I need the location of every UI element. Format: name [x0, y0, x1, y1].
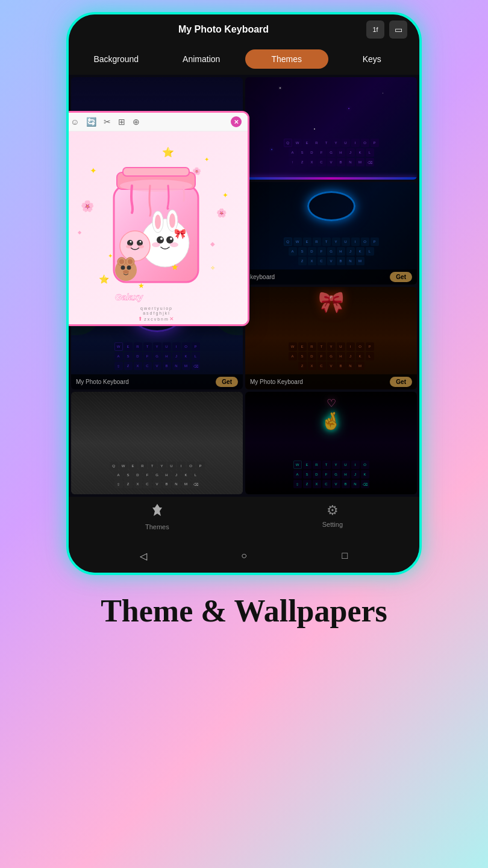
nav-item-setting[interactable]: ⚙ Setting — [322, 503, 343, 530]
popup-icon-emoji[interactable]: ☺ — [70, 117, 79, 127]
kawaii-jar-svg: ✦ ✦ ✦ ✦ ◆ ◆ 🌸 🌸 🌸 ⭐ ⭐ ✧ — [72, 137, 240, 318]
phone-top-bar: My Photo Keyboard 1f ▭ — [69, 14, 419, 45]
popup-close-btn[interactable]: ✕ — [231, 116, 242, 127]
svg-text:★: ★ — [171, 262, 179, 272]
theme-grid-container: ☺ 🌐 😊 ⌨ ☰ QWERTYUIOP ASDFGHJKL ZXCVBNM — [69, 75, 419, 497]
themes-nav-label: Themes — [145, 523, 169, 530]
popup-image-area: ✦ ✦ ✦ ✦ ◆ ◆ 🌸 🌸 🌸 ⭐ ⭐ ✧ — [66, 131, 248, 324]
popup-icon-plus[interactable]: ⊕ — [133, 117, 140, 127]
svg-text:✦: ✦ — [222, 191, 228, 200]
svg-text:Galaxy: Galaxy — [115, 292, 143, 302]
svg-point-20 — [169, 213, 175, 228]
nav-item-themes[interactable]: Themes — [145, 503, 169, 530]
popup-icon-rotate[interactable]: 🔄 — [86, 117, 96, 127]
svg-point-28 — [120, 231, 150, 261]
svg-text:✦: ✦ — [108, 253, 113, 259]
svg-point-39 — [128, 259, 133, 264]
svg-point-23 — [160, 237, 163, 240]
svg-point-38 — [119, 259, 124, 264]
popup-card: ☺ 🔄 ✂ ⊞ ⊕ ✕ ✦ ✦ ✦ — [66, 111, 249, 326]
tab-animation[interactable]: Animation — [160, 49, 243, 69]
svg-point-33 — [126, 245, 132, 248]
bottom-text-area: Theme & Wallpapers — [77, 593, 411, 629]
svg-point-26 — [170, 242, 178, 247]
svg-point-22 — [166, 236, 174, 244]
home-icon: ○ — [241, 550, 247, 561]
back-button[interactable]: ◁ — [135, 547, 152, 564]
svg-point-42 — [123, 270, 129, 274]
popup-keyboard: q w e r t y u i o p a — [66, 306, 248, 322]
close-icon: ✕ — [234, 119, 239, 125]
app-title: My Photo Keyboard — [81, 24, 366, 35]
svg-point-24 — [170, 237, 172, 240]
svg-text:✦: ✦ — [204, 156, 209, 163]
svg-text:★: ★ — [138, 281, 145, 290]
settings-icon: ⚙ — [327, 503, 339, 518]
recents-icon: □ — [342, 550, 348, 561]
icon-minimize[interactable]: ▭ — [389, 20, 407, 39]
bottom-nav: Themes ⚙ Setting — [69, 497, 419, 539]
svg-text:◆: ◆ — [78, 230, 82, 235]
tab-themes[interactable]: Themes — [245, 49, 328, 69]
svg-point-40 — [121, 266, 125, 270]
svg-point-34 — [138, 245, 144, 248]
svg-point-32 — [140, 241, 142, 243]
svg-text:🌸: 🌸 — [216, 208, 227, 218]
svg-text:⭐: ⭐ — [99, 274, 110, 285]
svg-point-25 — [152, 242, 160, 247]
popup-icon-grid[interactable]: ⊞ — [118, 117, 125, 127]
tab-keys[interactable]: Keys — [331, 49, 414, 69]
svg-text:🌸: 🌸 — [81, 200, 95, 213]
setting-nav-label: Setting — [322, 521, 343, 528]
svg-text:🎀: 🎀 — [174, 228, 186, 239]
svg-point-19 — [155, 215, 161, 229]
svg-rect-14 — [123, 168, 189, 176]
icon-one[interactable]: 1f — [366, 20, 384, 39]
home-button[interactable]: ○ — [236, 547, 252, 564]
recents-button[interactable]: □ — [336, 547, 353, 564]
svg-point-21 — [157, 236, 164, 244]
themes-icon — [150, 503, 164, 521]
back-icon: ◁ — [140, 550, 147, 562]
top-icons: 1f ▭ — [366, 20, 407, 39]
svg-point-41 — [127, 266, 131, 270]
nav-tabs: Background Animation Themes Keys — [69, 45, 419, 75]
svg-text:✦: ✦ — [90, 166, 97, 175]
svg-text:✧: ✧ — [210, 265, 215, 271]
phone-nav-bar: ◁ ○ □ — [69, 539, 419, 573]
tab-background[interactable]: Background — [75, 49, 158, 69]
popup-icon-scissors[interactable]: ✂ — [104, 117, 111, 127]
svg-text:◆: ◆ — [210, 241, 215, 247]
popup-header: ☺ 🔄 ✂ ⊞ ⊕ ✕ — [66, 113, 248, 131]
main-title: Theme & Wallpapers — [101, 593, 387, 629]
svg-point-31 — [130, 241, 132, 243]
svg-text:⭐: ⭐ — [162, 146, 174, 158]
